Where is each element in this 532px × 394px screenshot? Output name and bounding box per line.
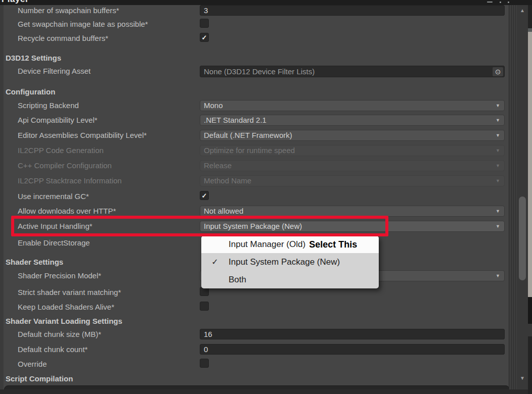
background-window-edge xyxy=(528,336,532,394)
object-picker-icon[interactable]: ⊙ xyxy=(493,67,503,76)
check-icon: ✓ xyxy=(201,257,229,267)
field-label: Shader Precision Model* xyxy=(18,271,101,280)
incremental-gc-checkbox[interactable]: ✓ xyxy=(200,191,209,200)
row-swapchain-buffers: Number of swapchain buffers* 3 xyxy=(0,5,509,18)
chevron-down-icon: ▼ xyxy=(496,178,500,183)
vertical-scrollbar[interactable]: ▲ ▼ xyxy=(517,5,528,389)
menu-item-label: Input Manager (Old) xyxy=(229,239,305,250)
active-input-handling-menu: Input Manager (Old) Select This ✓ Input … xyxy=(201,236,379,288)
scroll-up-icon[interactable]: ▲ xyxy=(517,8,528,14)
editor-assemblies-dropdown[interactable]: Default (.NET Framework) ▼ xyxy=(200,130,505,141)
kebab-menu-icon[interactable] xyxy=(508,2,509,3)
background-window-edge xyxy=(528,28,532,32)
row-strict-shader-variant: Strict shader variant matching* xyxy=(0,287,509,300)
row-http-downloads: Allow downloads over HTTP* Not allowed ▼ xyxy=(0,206,509,219)
row-device-filtering: Device Filtering Asset None (D3D12 Devic… xyxy=(0,66,509,79)
row-script-compilation-header: Script Compilation xyxy=(0,373,509,386)
menu-item-input-manager-old[interactable]: Input Manager (Old) Select This xyxy=(201,236,379,253)
field-label: Recycle command buffers* xyxy=(18,34,108,42)
chevron-down-icon: ▼ xyxy=(496,118,500,123)
field-label: Override xyxy=(18,360,47,368)
row-incremental-gc: Use incremental GC* ✓ xyxy=(0,191,509,204)
row-keep-shaders-alive: Keep Loaded Shaders Alive* xyxy=(0,302,509,315)
scripting-backend-dropdown[interactable]: Mono ▼ xyxy=(200,100,505,111)
field-label: Use incremental GC* xyxy=(18,192,89,201)
field-label: Api Compatibility Level* xyxy=(18,116,98,124)
check-icon: ✓ xyxy=(202,34,207,41)
swapchain-buffers-input[interactable]: 3 xyxy=(200,5,505,16)
field-label: Scripting Backend xyxy=(18,101,79,110)
cpp-compiler-dropdown: Release ▼ xyxy=(200,160,505,171)
check-icon: ✓ xyxy=(202,192,207,200)
field-label: Active Input Handling* xyxy=(18,222,93,230)
dropdown-value: Not allowed xyxy=(204,207,243,215)
chevron-down-icon: ▼ xyxy=(496,148,500,153)
section-header-shader-variant-loading: Shader Variant Loading Settings xyxy=(6,317,122,325)
http-downloads-dropdown[interactable]: Not allowed ▼ xyxy=(200,206,505,217)
recycle-buffers-checkbox[interactable]: ✓ xyxy=(200,33,209,42)
panel-right-rail xyxy=(509,5,517,389)
il2cpp-stacktrace-dropdown: Method Name ▼ xyxy=(200,175,505,186)
section-header-script-compilation: Script Compilation xyxy=(6,374,73,383)
row-editor-assemblies: Editor Assemblies Compatibility Level* D… xyxy=(0,130,509,143)
section-header-shader-settings: Shader Settings xyxy=(6,258,63,266)
il2cpp-codegen-dropdown: Optimize for runtime speed ▼ xyxy=(200,145,505,156)
page-title: Player xyxy=(2,0,29,5)
row-scripting-backend: Scripting Backend Mono ▼ xyxy=(0,100,509,113)
help-icon[interactable] xyxy=(487,2,493,3)
chevron-down-icon: ▼ xyxy=(496,224,500,229)
row-d3d12-header: D3D12 Settings xyxy=(0,53,509,66)
field-label: Default chunk count* xyxy=(18,345,87,354)
device-filtering-asset-field[interactable]: None (D3D12 Device Filter Lists) ⊙ xyxy=(200,66,505,77)
dropdown-value: Optimize for runtime speed xyxy=(204,146,295,155)
dropdown-value: Method Name xyxy=(204,176,251,185)
chevron-down-icon: ▼ xyxy=(496,103,500,108)
swapchain-late-checkbox[interactable] xyxy=(200,19,209,28)
field-label: Default chunk size (MB)* xyxy=(18,330,101,338)
field-label: IL2CPP Stacktrace Information xyxy=(18,176,122,185)
row-configuration-header: Configuration xyxy=(0,86,509,100)
row-il2cpp-codegen: IL2CPP Code Generation Optimize for runt… xyxy=(0,145,509,158)
chevron-down-icon: ▼ xyxy=(496,209,500,214)
scrollbar-thumb[interactable] xyxy=(519,196,526,280)
field-label: C++ Compiler Configuration xyxy=(18,161,112,170)
field-label: Number of swapchain buffers* xyxy=(18,6,119,15)
field-label: Editor Assemblies Compatibility Level* xyxy=(18,131,147,139)
field-label: Strict shader variant matching* xyxy=(18,288,121,297)
field-label: Get swapchain image late as possible* xyxy=(18,20,148,28)
menu-item-both[interactable]: Both xyxy=(201,271,379,288)
dropdown-value: Mono xyxy=(204,101,223,110)
row-api-compatibility: Api Compatibility Level* .NET Standard 2… xyxy=(0,115,509,128)
dropdown-value: Default (.NET Framework) xyxy=(204,131,292,139)
row-recycle-buffers: Recycle command buffers* ✓ xyxy=(0,33,509,46)
api-compatibility-dropdown[interactable]: .NET Standard 2.1 ▼ xyxy=(200,115,505,126)
active-input-handling-dropdown[interactable]: Input System Package (New) ▼ xyxy=(200,221,505,232)
chunk-size-input[interactable]: 16 xyxy=(200,329,505,339)
preset-icon[interactable] xyxy=(500,2,501,3)
dropdown-value: .NET Standard 2.1 xyxy=(204,116,267,124)
background-window-edge xyxy=(528,297,532,324)
row-chunk-count: Default chunk count* 0 xyxy=(0,344,509,357)
menu-item-label: Both xyxy=(229,275,246,285)
chevron-down-icon: ▼ xyxy=(496,133,500,138)
window-titlebar: Player xyxy=(0,0,532,5)
row-chunk-size: Default chunk size (MB)* 16 xyxy=(0,329,509,342)
menu-item-label: Input System Package (New) xyxy=(229,257,340,267)
object-field-value: None (D3D12 Device Filter Lists) xyxy=(204,67,315,76)
override-checkbox[interactable] xyxy=(200,359,209,368)
panel-bottom-edge xyxy=(0,389,532,394)
background-window-edge xyxy=(528,324,532,336)
field-label: Device Filtering Asset xyxy=(18,67,91,75)
select-this-annotation: Select This xyxy=(309,239,357,250)
row-active-input-handling: Active Input Handling* Input System Pack… xyxy=(0,221,509,234)
chunk-count-input[interactable]: 0 xyxy=(200,344,505,355)
row-cpp-compiler: C++ Compiler Configuration Release ▼ xyxy=(0,160,509,173)
menu-item-input-system-package-new[interactable]: ✓ Input System Package (New) xyxy=(201,253,379,271)
scroll-down-icon[interactable]: ▼ xyxy=(517,375,528,381)
row-il2cpp-stacktrace: IL2CPP Stacktrace Information Method Nam… xyxy=(0,175,509,188)
chevron-down-icon: ▼ xyxy=(496,273,500,278)
keep-shaders-checkbox[interactable] xyxy=(200,302,209,311)
dropdown-value: Release xyxy=(204,161,232,170)
background-window-edge xyxy=(528,32,532,297)
field-label: IL2CPP Code Generation xyxy=(18,146,104,155)
